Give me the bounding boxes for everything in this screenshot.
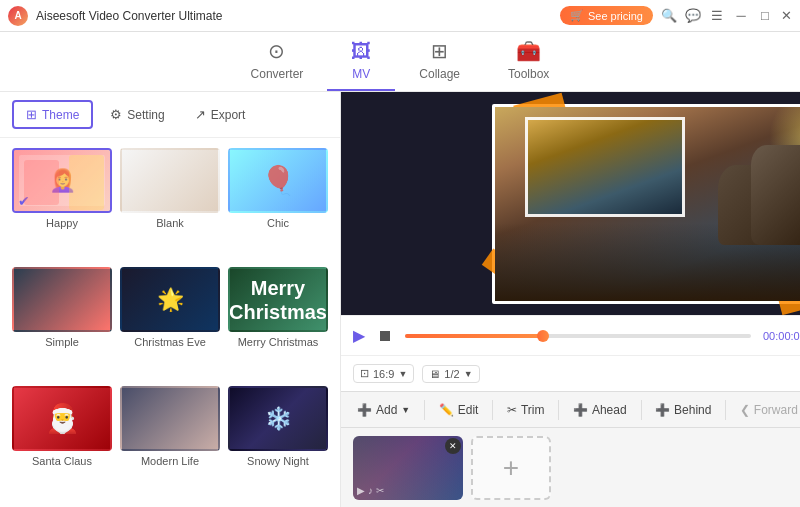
app-title: Aiseesoft Video Converter Ultimate <box>36 9 560 23</box>
progress-bar[interactable] <box>405 334 751 338</box>
theme-thumb-blank[interactable] <box>120 148 220 213</box>
theme-thumb-snowy-night[interactable]: ❄️ <box>228 386 328 451</box>
theme-item-santa-claus[interactable]: 🎅 Santa Claus <box>12 386 112 497</box>
tab-toolbox[interactable]: 🧰 Toolbox <box>484 31 573 91</box>
theme-label-blank: Blank <box>156 217 184 229</box>
forward-icon: ❮ <box>740 403 750 417</box>
forward-button[interactable]: ❮ Forward <box>732 399 800 421</box>
maximize-icon[interactable]: □ <box>757 8 773 24</box>
preview-video <box>492 104 801 304</box>
ahead-button[interactable]: ➕ Ahead <box>565 399 635 421</box>
play-button[interactable]: ▶ <box>353 326 365 345</box>
layout-select[interactable]: 🖥 1/2 ▼ <box>422 365 479 383</box>
theme-thumb-modern-life[interactable] <box>120 386 220 451</box>
subtab-setting[interactable]: ⚙ Setting <box>97 101 177 128</box>
clip-video-icon: ▶ <box>357 485 365 496</box>
layout-icon: 🖥 <box>429 368 440 380</box>
theme-label-modern-life: Modern Life <box>141 455 199 467</box>
subtab-export[interactable]: ↗ Export <box>182 101 259 128</box>
stop-button[interactable]: ⏹ <box>377 327 393 345</box>
view-controls: ⊡ 16:9 ▼ 🖥 1/2 ▼ <box>341 355 800 391</box>
setting-icon: ⚙ <box>110 107 122 122</box>
add-icon: ➕ <box>357 403 372 417</box>
theme-thumb-santa-claus[interactable]: 🎅 <box>12 386 112 451</box>
theme-item-chic[interactable]: 🎈 Chic <box>228 148 328 259</box>
playback-controls: ▶ ⏹ 00:00:01.11/00:00:07.22 🔊 Export <box>341 315 800 355</box>
sub-tabs: ⊞ Theme ⚙ Setting ↗ Export <box>0 92 340 138</box>
timeline: ✕ ▶ ♪ ✂ + <box>341 427 800 507</box>
close-icon[interactable]: ✕ <box>781 8 792 23</box>
toolbox-icon: 🧰 <box>516 39 541 63</box>
theme-label-christmas-eve: Christmas Eve <box>134 336 206 348</box>
timeline-add-button[interactable]: + <box>471 436 551 500</box>
content-area: ⊞ Theme ⚙ Setting ↗ Export 👩‍🦰 ✔ <box>0 92 800 507</box>
progress-fill <box>405 334 543 338</box>
theme-thumb-christmas-eve[interactable]: 🌟 <box>120 267 220 332</box>
theme-item-christmas-eve[interactable]: 🌟 Christmas Eve <box>120 267 220 378</box>
ahead-icon: ➕ <box>573 403 588 417</box>
search-icon[interactable]: 🔍 <box>661 8 677 24</box>
theme-thumb-merry-christmas[interactable]: MerryChristmas <box>228 267 328 332</box>
minimize-icon[interactable]: ─ <box>733 8 749 24</box>
progress-thumb[interactable] <box>537 330 549 342</box>
add-dropdown-arrow: ▼ <box>401 405 410 415</box>
theme-thumb-simple[interactable] <box>12 267 112 332</box>
clip-remove-icon[interactable]: ✕ <box>445 438 461 454</box>
tab-mv[interactable]: 🖼 MV <box>327 32 395 91</box>
clip-cut-icon: ✂ <box>376 485 384 496</box>
theme-item-happy[interactable]: 👩‍🦰 ✔ Happy <box>12 148 112 259</box>
edit-icon: ✏️ <box>439 403 454 417</box>
converter-icon: ⊙ <box>268 39 285 63</box>
clip-icons: ▶ ♪ ✂ <box>357 485 384 496</box>
theme-item-blank[interactable]: Blank <box>120 148 220 259</box>
bottom-toolbar: ➕ Add ▼ ✏️ Edit ✂ Trim ➕ Ahead ➕ Beh <box>341 391 800 427</box>
edit-button[interactable]: ✏️ Edit <box>431 399 487 421</box>
theme-grid: 👩‍🦰 ✔ Happy Blank 🎈 Chic <box>0 138 340 507</box>
theme-item-simple[interactable]: Simple <box>12 267 112 378</box>
theme-item-modern-life[interactable]: Modern Life <box>120 386 220 497</box>
theme-label-santa-claus: Santa Claus <box>32 455 92 467</box>
aspect-ratio-select[interactable]: ⊡ 16:9 ▼ <box>353 364 414 383</box>
timeline-clip-1[interactable]: ✕ ▶ ♪ ✂ <box>353 436 463 500</box>
app-logo: A <box>8 6 28 26</box>
left-panel: ⊞ Theme ⚙ Setting ↗ Export 👩‍🦰 ✔ <box>0 92 341 507</box>
see-pricing-button[interactable]: 🛒 See pricing <box>560 6 653 25</box>
theme-item-snowy-night[interactable]: ❄️ Snowy Night <box>228 386 328 497</box>
theme-label-merry-christmas: Merry Christmas <box>238 336 319 348</box>
trim-button[interactable]: ✂ Trim <box>499 399 553 421</box>
theme-item-merry-christmas[interactable]: MerryChristmas Merry Christmas <box>228 267 328 378</box>
behind-button[interactable]: ➕ Behind <box>647 399 719 421</box>
clip-music-icon: ♪ <box>368 485 373 496</box>
theme-thumb-happy[interactable]: 👩‍🦰 ✔ <box>12 148 112 213</box>
theme-label-snowy-night: Snowy Night <box>247 455 309 467</box>
main-nav: ⊙ Converter 🖼 MV ⊞ Collage 🧰 Toolbox <box>0 32 800 92</box>
titlebar-actions: 🛒 See pricing 🔍 💬 ☰ ─ □ ✕ <box>560 6 792 25</box>
collage-icon: ⊞ <box>431 39 448 63</box>
time-display: 00:00:01.11/00:00:07.22 <box>763 330 800 342</box>
menu-icon[interactable]: ☰ <box>709 8 725 24</box>
export-tab-icon: ↗ <box>195 107 206 122</box>
ratio-icon: ⊡ <box>360 367 369 380</box>
behind-icon: ➕ <box>655 403 670 417</box>
right-panel: ▶ ⏹ 00:00:01.11/00:00:07.22 🔊 Export ⊡ 1… <box>341 92 800 507</box>
tab-converter[interactable]: ⊙ Converter <box>227 31 328 91</box>
theme-label-happy: Happy <box>46 217 78 229</box>
subtab-theme[interactable]: ⊞ Theme <box>12 100 93 129</box>
chat-icon[interactable]: 💬 <box>685 8 701 24</box>
theme-icon: ⊞ <box>26 107 37 122</box>
theme-label-chic: Chic <box>267 217 289 229</box>
preview-area <box>341 92 800 315</box>
tab-collage[interactable]: ⊞ Collage <box>395 31 484 91</box>
titlebar: A Aiseesoft Video Converter Ultimate 🛒 S… <box>0 0 800 32</box>
theme-thumb-chic[interactable]: 🎈 <box>228 148 328 213</box>
add-button[interactable]: ➕ Add ▼ <box>349 399 418 421</box>
ratio-dropdown-arrow: ▼ <box>398 369 407 379</box>
theme-label-simple: Simple <box>45 336 79 348</box>
trim-icon: ✂ <box>507 403 517 417</box>
layout-dropdown-arrow: ▼ <box>464 369 473 379</box>
cart-icon: 🛒 <box>570 9 584 22</box>
mv-icon: 🖼 <box>351 40 371 63</box>
